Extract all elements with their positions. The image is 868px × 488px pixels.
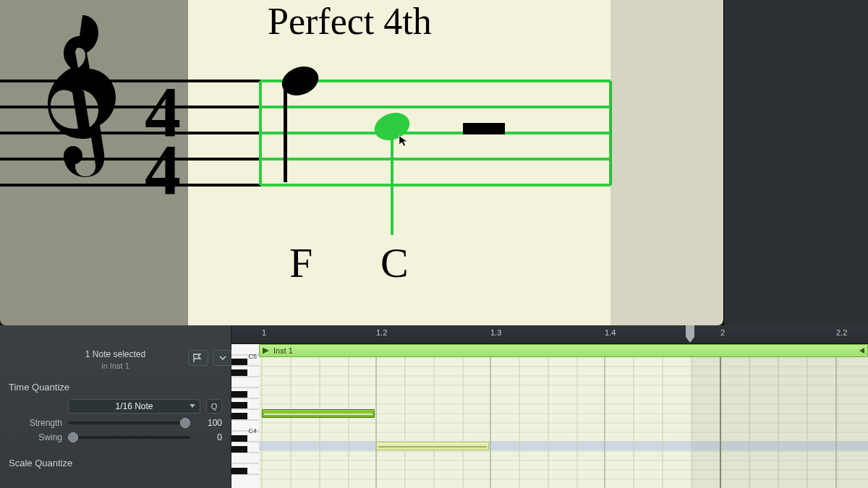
cycle-end-marker[interactable] [686, 325, 696, 344]
svg-rect-74 [692, 357, 868, 488]
chevron-down-icon [190, 404, 195, 408]
svg-rect-33 [231, 391, 247, 398]
region-end-handle[interactable] [857, 345, 866, 356]
note-label-1: F [289, 239, 312, 287]
quantize-value-label: 1/16 Note [115, 401, 153, 411]
ruler-tick: 1.3 [490, 328, 501, 337]
svg-rect-37 [231, 446, 247, 453]
key-label: C5 [248, 353, 257, 360]
ruler-tick: 1.4 [605, 328, 616, 337]
strength-value: 100 [196, 418, 222, 428]
note-c-selected[interactable] [370, 108, 413, 235]
swing-slider[interactable] [68, 436, 190, 439]
inspector-panel: 1 Note selected in Inst 1 Time Quantize … [0, 325, 231, 488]
dropdown-button[interactable] [213, 350, 233, 366]
chevron-down-icon [219, 354, 226, 361]
treble-clef-icon [48, 15, 116, 177]
interval-title: Perfect 4th [268, 0, 432, 43]
scale-quantize-header: Scale Quantize [0, 445, 231, 473]
midi-note-c-selected[interactable] [376, 442, 489, 450]
ruler-tick: 2.2 [836, 328, 847, 337]
svg-rect-38 [231, 468, 247, 474]
svg-rect-15 [391, 127, 393, 235]
svg-rect-31 [231, 359, 247, 365]
svg-rect-13 [284, 81, 287, 182]
play-icon [263, 348, 269, 354]
piano-keys-svg [231, 344, 259, 488]
svg-rect-32 [231, 369, 247, 376]
quantize-value-select[interactable]: 1/16 Note [68, 399, 200, 414]
strength-label: Strength [9, 418, 62, 428]
strength-knob[interactable] [180, 418, 190, 428]
piano-roll[interactable]: 11.21.31.422.2 Inst 1 [231, 325, 868, 488]
right-panel: art [723, 0, 868, 346]
svg-rect-36 [231, 435, 247, 442]
piano-roll-editor: 1 Note selected in Inst 1 Time Quantize … [0, 325, 868, 488]
region-header[interactable]: Inst 1 [259, 344, 868, 357]
time-quantize-header: Time Quantize [0, 372, 231, 397]
svg-rect-34 [231, 402, 247, 408]
note-f[interactable] [278, 61, 323, 182]
staff-green [260, 81, 610, 185]
note-grid[interactable] [259, 357, 868, 488]
swing-label: Swing [9, 432, 62, 442]
cursor-arrow-icon [398, 134, 411, 147]
staff-black [0, 81, 260, 185]
piano-keys[interactable]: C5C4 [231, 344, 259, 488]
grid-lines [259, 357, 868, 488]
region-name: Inst 1 [273, 346, 293, 355]
timesig-bottom: 4 [145, 129, 181, 210]
swing-value: 0 [196, 432, 222, 442]
key-label: C4 [248, 427, 257, 435]
score-editor-overlay: 4 4 Perfect 4th F C [0, 0, 723, 325]
ruler-tick: 1.2 [376, 328, 387, 337]
strength-slider[interactable] [68, 421, 190, 424]
timeline-ruler[interactable]: 11.21.31.422.2 [231, 325, 868, 344]
half-rest [463, 123, 505, 134]
score-svg[interactable]: 4 4 [0, 0, 723, 325]
quantize-apply-button[interactable]: Q [206, 399, 222, 414]
svg-rect-35 [231, 413, 247, 419]
midi-note-f[interactable] [262, 409, 375, 418]
ruler-tick: 1 [262, 328, 266, 337]
swing-knob[interactable] [68, 432, 78, 442]
catch-button[interactable] [188, 350, 208, 366]
ruler-tick: 2 [720, 328, 725, 337]
flag-icon [193, 354, 203, 362]
note-label-2: C [380, 239, 409, 287]
